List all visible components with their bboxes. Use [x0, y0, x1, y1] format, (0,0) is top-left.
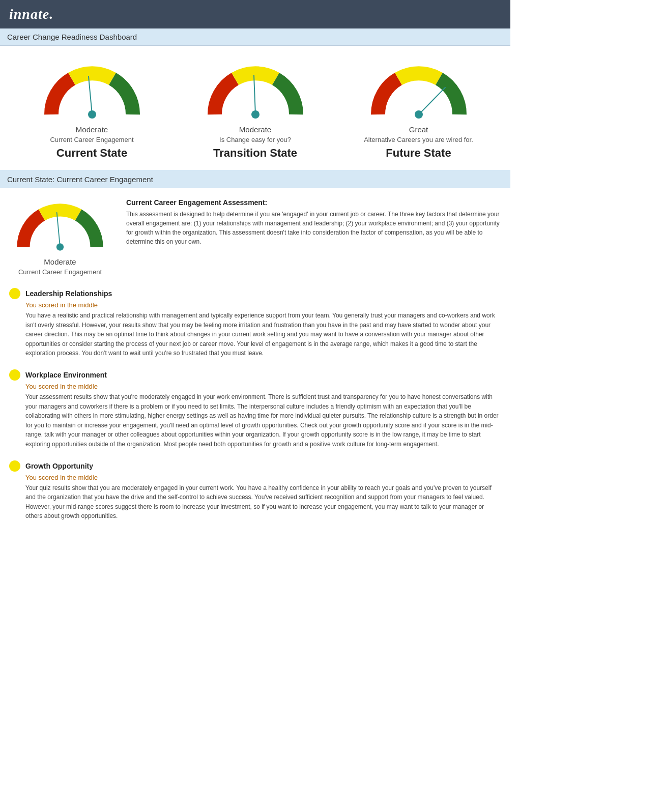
current-state-section: Moderate Current Career Engagement Curre… [0, 188, 510, 542]
category-workplace-header: Workplace Environment [9, 369, 501, 381]
gauge-current-value: Moderate [21, 125, 163, 134]
svg-line-7 [57, 213, 60, 247]
gauge-current-title: Current State [21, 147, 163, 160]
current-state-top: Moderate Current Career Engagement Curre… [9, 198, 501, 276]
assessment-text: Current Career Engagement Assessment: Th… [126, 198, 501, 246]
gauge-future-value: Great [348, 125, 490, 134]
svg-line-5 [419, 88, 445, 114]
app-header: innate. [0, 0, 510, 28]
current-state-small-sublabel: Current Career Engagement [9, 268, 111, 276]
gauge-row: Moderate Current Career Engagement Curre… [0, 46, 510, 171]
gauge-transition-title: Transition State [184, 147, 327, 160]
dashboard-header: Career Change Readiness Dashboard [0, 28, 510, 46]
gauge-future-title: Future State [348, 147, 490, 160]
gauge-transition-value: Moderate [184, 125, 327, 134]
leadership-title: Leadership Relationships [25, 289, 112, 298]
growth-score: You scored in the middle [9, 474, 501, 481]
category-workplace: Workplace Environment You scored in the … [9, 369, 501, 449]
assessment-title: Current Career Engagement Assessment: [126, 198, 501, 207]
svg-line-1 [89, 76, 92, 114]
workplace-title: Workplace Environment [25, 371, 107, 379]
leadership-dot [9, 288, 20, 299]
leadership-score: You scored in the middle [9, 301, 501, 309]
category-leadership-header: Leadership Relationships [9, 288, 501, 299]
gauge-current-sublabel: Current Career Engagement [21, 136, 163, 143]
categories-list: Leadership Relationships You scored in t… [9, 288, 501, 521]
leadership-desc: You have a realistic and practical relat… [9, 311, 501, 358]
gauge-svg-current [41, 61, 143, 124]
gauge-svg-transition [205, 61, 306, 124]
current-state-gauge-small: Moderate Current Career Engagement [9, 198, 111, 276]
gauge-svg-future [368, 61, 470, 124]
gauge-transition: Moderate Is Change easy for you? Transit… [184, 61, 327, 160]
category-growth-header: Growth Opportunity [9, 460, 501, 472]
app-logo: innate. [9, 6, 501, 22]
current-state-header: Current State: Current Career Engagement [0, 171, 510, 188]
growth-dot [9, 460, 20, 472]
svg-line-3 [254, 75, 255, 114]
category-growth: Growth Opportunity You scored in the mid… [9, 460, 501, 521]
assessment-description: This assessment is designed to help dete… [126, 210, 501, 246]
current-state-small-value: Moderate [9, 257, 111, 266]
workplace-dot [9, 369, 20, 381]
growth-desc: Your quiz results show that you are mode… [9, 483, 501, 521]
gauge-future-sublabel: Alternative Careers you are wired for. [348, 136, 490, 143]
category-leadership: Leadership Relationships You scored in t… [9, 288, 501, 358]
growth-title: Growth Opportunity [25, 462, 93, 470]
gauge-current: Moderate Current Career Engagement Curre… [21, 61, 163, 160]
gauge-future: Great Alternative Careers you are wired … [348, 61, 490, 160]
workplace-score: You scored in the middle [9, 383, 501, 390]
workplace-desc: Your assessment results show that you're… [9, 392, 501, 449]
gauge-transition-sublabel: Is Change easy for you? [184, 136, 327, 143]
